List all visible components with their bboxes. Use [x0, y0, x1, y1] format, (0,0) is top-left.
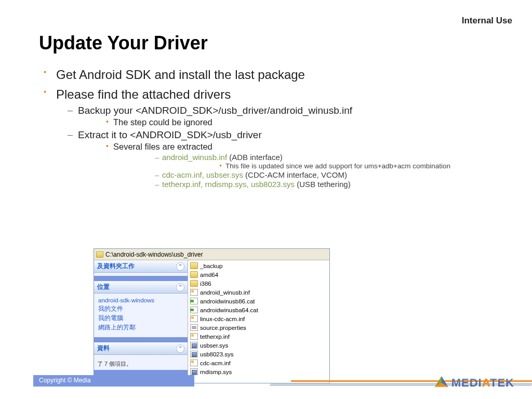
chevron-up-icon: ⌃ [176, 262, 184, 271]
brand-mid: A [482, 376, 490, 389]
file-name: _backup [200, 263, 222, 269]
explorer-addressbar: C:\android-sdk-windows\usb_driver [94, 249, 329, 260]
file-name: androidwinusb86.cat [200, 298, 255, 304]
file-row: androidwinusba64.cat [188, 305, 329, 314]
file-name: linux-cdc-acm.inf [200, 316, 245, 322]
prop-icon [190, 324, 198, 331]
status-text: 了 7 個項目。 [94, 358, 188, 370]
task-panel-1-title: 及資料夾工作 [97, 262, 135, 271]
bullet-2-text: Please find the attached drivers [56, 87, 231, 101]
file-name: cdc-acm.inf [200, 360, 231, 366]
file-list: _backupamd64i386android_winusb.infandroi… [188, 260, 329, 383]
file-name: usb8023.sys [200, 351, 234, 357]
folder-icon [190, 262, 198, 269]
task-panel-1: 及資料夾工作 ⌃ [94, 260, 188, 276]
place-item: 網路上的芳鄰 [98, 324, 183, 331]
sub-extract-path: <ANDROID_SDK>/usb_driver [130, 129, 261, 140]
file-cdc-name: cdc-acm.inf, usbser.sys [162, 170, 243, 179]
inf-icon [190, 360, 198, 366]
sub-extract-text: Extract it to [78, 129, 130, 140]
classification-label: Internal Use [462, 16, 512, 26]
task-panel-3: 資料 ⌃ [94, 342, 188, 358]
sys-icon [190, 368, 198, 375]
file-name: usbser.sys [200, 342, 228, 349]
file-row: i386 [188, 279, 329, 288]
cat-icon [190, 307, 198, 313]
bullet-2: Please find the attached drivers Backup … [42, 87, 511, 189]
place-item: 我的文件 [98, 305, 183, 313]
explorer-path: C:\android-sdk-windows\usb_driver [105, 251, 203, 258]
explorer-body: 及資料夾工作 ⌃ 位置 ⌃ android-sdk-windows 我的文件 我… [94, 260, 329, 383]
copyright-text: Copyright © Media [39, 377, 91, 384]
chevron-up-icon: ⌃ [176, 283, 184, 291]
file-adb-note: This file is updated since we add suppor… [162, 162, 511, 170]
explorer-sidebar: 及資料夾工作 ⌃ 位置 ⌃ android-sdk-windows 我的文件 我… [94, 260, 188, 383]
file-tether-name: tetherxp.inf, rndismp.sys, usb8023.sys [162, 180, 295, 189]
sub-backup-path: <ANDROID_SDK>/usb_driver/android_winusb.… [136, 105, 352, 116]
file-row: usbser.sys [188, 341, 329, 350]
task-panel-2: 位置 ⌃ android-sdk-windows 我的文件 我的電腦 網路上的芳… [94, 281, 188, 337]
file-name: amd64 [200, 272, 218, 278]
folder-icon [190, 280, 198, 287]
file-row: linux-cdc-acm.inf [188, 314, 329, 323]
task-panel-3-title: 資料 [97, 344, 110, 353]
brand-suffix: TEK [490, 376, 514, 389]
place-item: 我的電腦 [98, 314, 183, 322]
sub-backup-note: The step could be ignored [78, 117, 511, 127]
brand-logo: MEDIATEK [435, 376, 514, 390]
file-row: _backup [188, 261, 329, 270]
file-row: source.properties [188, 323, 329, 332]
explorer-screenshot: C:\android-sdk-windows\usb_driver 及資料夾工作… [94, 248, 330, 383]
file-name: rndismp.sys [200, 369, 232, 375]
sys-icon [190, 351, 198, 357]
file-adb: android_winusb.inf (ADB interface) This … [113, 153, 511, 170]
file-row: rndismp.sys [188, 367, 329, 376]
sub-extract: Extract it to <ANDROID_SDK>/usb_driver S… [56, 129, 511, 189]
file-tether-desc: (USB tethering) [295, 180, 351, 189]
file-name: source.properties [200, 325, 246, 331]
mediatek-icon [435, 376, 448, 390]
sub-extract-note: Several files are extracted android_winu… [78, 142, 511, 189]
inf-icon [190, 333, 198, 340]
file-row: amd64 [188, 270, 329, 279]
task-panel-2-header: 位置 ⌃ [94, 281, 188, 294]
brand-text: MEDIATEK [451, 376, 514, 390]
file-row: usb8023.sys [188, 350, 329, 358]
task-panel-1-header: 及資料夾工作 ⌃ [94, 260, 188, 273]
sub-extract-note-text: Several files are extracted [113, 142, 212, 151]
folder-icon [96, 251, 103, 258]
file-row: cdc-acm.inf [188, 358, 329, 367]
sys-icon [190, 342, 198, 349]
brand-prefix: MEDI [451, 376, 482, 389]
file-name: android_winusb.inf [200, 289, 250, 296]
file-name: androidwinusba64.cat [200, 307, 258, 313]
inf-icon [190, 315, 198, 322]
cat-icon [190, 298, 198, 304]
bullet-1: Get Android SDK and install the last pac… [42, 68, 511, 82]
inf-icon [190, 289, 198, 296]
file-tether: tetherxp.inf, rndismp.sys, usb8023.sys (… [113, 180, 511, 189]
sub-backup-text: Backup your [78, 105, 136, 116]
folder-icon [190, 271, 198, 278]
file-cdc-desc: (CDC-ACM interface, VCOM) [243, 170, 347, 179]
file-row: android_winusb.inf [188, 288, 329, 297]
file-row: tetherxp.inf [188, 332, 329, 341]
file-cdc: cdc-acm.inf, usbser.sys (CDC-ACM interfa… [113, 170, 511, 179]
file-row: androidwinusb86.cat [188, 297, 329, 305]
sub-backup: Backup your <ANDROID_SDK>/usb_driver/and… [56, 105, 511, 127]
file-adb-name: android_winusb.inf [162, 153, 227, 162]
slide: Internal Use Update Your Driver Get Andr… [0, 0, 532, 399]
place-item: android-sdk-windows [98, 297, 183, 303]
places-list: android-sdk-windows 我的文件 我的電腦 網路上的芳鄰 [94, 294, 188, 334]
task-panel-2-title: 位置 [97, 283, 110, 291]
file-name: tetherxp.inf [200, 334, 230, 340]
page-title: Update Your Driver [39, 32, 208, 54]
chevron-up-icon: ⌃ [176, 344, 184, 353]
file-adb-desc: (ADB interface) [227, 153, 283, 162]
file-name: i386 [200, 281, 211, 287]
task-panel-3-header: 資料 ⌃ [94, 342, 188, 355]
content-area: Get Android SDK and install the last pac… [42, 68, 511, 194]
